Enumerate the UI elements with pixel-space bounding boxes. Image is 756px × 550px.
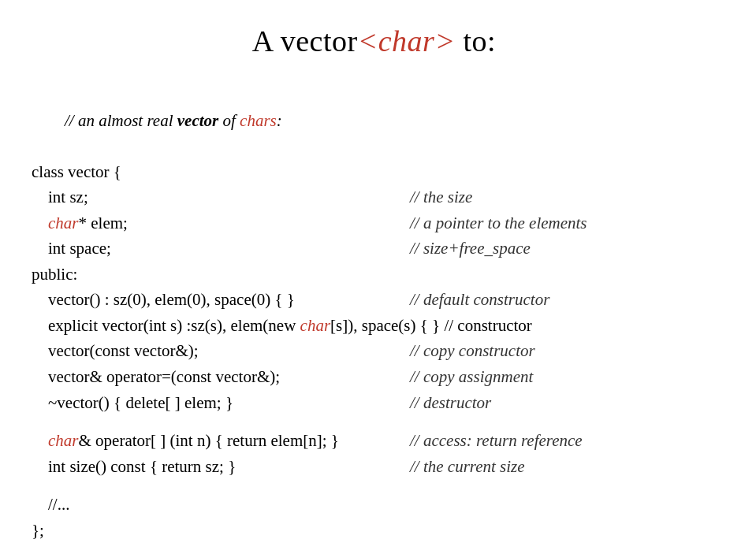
line-int-space: int space; // size+free_space	[32, 236, 724, 262]
line-default-constructor: vector() : sz(0), elem(0), space(0) { } …	[32, 287, 724, 313]
line-size-method: int size() const { return sz; } // the c…	[32, 454, 724, 480]
line-int-sz: int sz; // the size	[32, 184, 724, 210]
line-access-operator: char& operator[ ] (int n) { return elem[…	[32, 428, 724, 454]
line-class-vector: class vector {	[32, 159, 724, 185]
line-copy-assignment: vector& operator=(const vector&); // cop…	[32, 364, 724, 390]
line-copy-constructor: vector(const vector&); // copy construct…	[32, 338, 724, 364]
code-block: // an almost real vector of chars: class…	[24, 82, 724, 543]
spacer-1	[32, 415, 724, 428]
title-highlight: <char>	[358, 24, 456, 58]
title-suffix: to:	[456, 24, 497, 58]
line-public: public:	[32, 262, 724, 288]
line-explicit-constructor: explicit vector(int s) :sz(s), elem(new …	[32, 313, 724, 339]
line-comment-intro: // an almost real vector of chars:	[32, 82, 724, 159]
title-prefix: A vector	[252, 24, 358, 58]
spacer-2	[32, 479, 724, 492]
page-title: A vector<char> to:	[24, 24, 724, 58]
line-ellipsis: //...	[32, 492, 724, 518]
line-destructor: ~vector() { delete[ ] elem; } // destruc…	[32, 390, 724, 416]
line-closing-brace: };	[32, 518, 724, 544]
line-char-elem: char* elem; // a pointer to the elements	[32, 210, 724, 236]
page-container: A vector<char> to: // an almost real vec…	[24, 24, 724, 543]
